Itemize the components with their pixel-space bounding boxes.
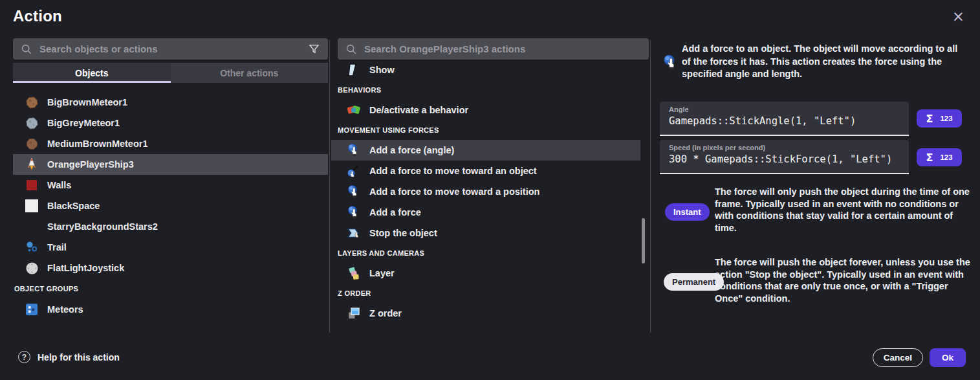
- object-row-meteors[interactable]: Meteors: [13, 299, 328, 320]
- square-light-icon: [25, 199, 39, 213]
- angle-field-value[interactable]: Gamepads::StickAngle(1, "Left"): [660, 113, 909, 127]
- action-row[interactable]: Z order: [331, 303, 640, 324]
- object-label: FlatLightJoystick: [47, 263, 124, 273]
- cancel-button[interactable]: Cancel: [873, 348, 923, 367]
- object-label: BigGreyMeteor1: [47, 118, 120, 128]
- stop-icon: [347, 226, 361, 240]
- object-label: BigBrownMeteor1: [47, 97, 127, 107]
- show-icon: [347, 63, 361, 77]
- layer-icon: [347, 266, 361, 280]
- actions-search-input[interactable]: [364, 43, 641, 54]
- force-icon: [347, 184, 361, 199]
- tab-other-actions[interactable]: Other actions: [171, 63, 329, 83]
- object-label: Meteors: [47, 304, 83, 315]
- action-section-header: MOVEMENT USING FORCES: [331, 120, 640, 140]
- trail-icon: [25, 240, 39, 254]
- object-row-orangeplayership3[interactable]: OrangePlayerShip3: [13, 154, 328, 175]
- object-row-starrybackgroundstars2[interactable]: StarryBackgroundStars2: [13, 216, 328, 237]
- tab-objects-label: Objects: [75, 68, 108, 78]
- speed-field-value[interactable]: 300 * Gamepads::StickForce(1, "Left"): [660, 151, 909, 165]
- action-label: Show: [369, 65, 395, 75]
- action-row[interactable]: Add a force: [331, 202, 640, 223]
- object-label: OrangePlayerShip3: [47, 159, 134, 170]
- action-row[interactable]: Add a force to move toward an object: [331, 161, 640, 181]
- none-icon: [25, 219, 39, 234]
- objects-tabs: Objects Other actions: [13, 63, 328, 83]
- ok-button[interactable]: Ok: [930, 348, 966, 367]
- force-icon: [347, 205, 361, 219]
- help-link[interactable]: ? Help for this action: [18, 351, 120, 363]
- action-label: Z order: [369, 308, 402, 319]
- angle-expression-button[interactable]: Σ 123: [917, 109, 962, 128]
- speed-field[interactable]: Speed (in pixels per second) 300 * Gamep…: [660, 140, 909, 174]
- action-section-header: LAYERS AND CAMERAS: [331, 243, 640, 263]
- help-icon: ?: [18, 351, 30, 363]
- panel-divider-right: [650, 40, 651, 333]
- sigma-icon: Σ: [926, 151, 933, 164]
- add-force-icon: [660, 43, 682, 81]
- object-label: Trail: [47, 242, 67, 252]
- group-meteors-icon: [25, 302, 39, 317]
- action-row[interactable]: Layer: [331, 263, 640, 284]
- panel-divider-left: [329, 40, 330, 333]
- objects-search-bar[interactable]: [13, 38, 328, 60]
- permanent-mode-description: The force will push the object forever, …: [715, 256, 971, 304]
- tab-objects[interactable]: Objects: [13, 63, 171, 83]
- rocket-icon: [25, 157, 39, 172]
- behavior-icon: [347, 103, 361, 117]
- tab-other-actions-label: Other actions: [220, 68, 278, 78]
- object-row-biggreymeteor1[interactable]: BigGreyMeteor1: [13, 113, 328, 133]
- angle-field-label: Angle: [660, 102, 909, 113]
- action-dialog: Action × Objects Other actions BigBrownM…: [0, 0, 980, 380]
- object-row-walls[interactable]: Walls: [13, 175, 328, 196]
- dialog-title: Action: [13, 7, 62, 25]
- action-label: Add a force: [369, 207, 421, 218]
- object-label: StarryBackgroundStars2: [47, 221, 158, 232]
- search-icon: [345, 43, 357, 55]
- action-row[interactable]: Add a force (angle): [331, 140, 640, 161]
- action-label: Stop the object: [369, 228, 437, 238]
- objects-search-input[interactable]: [39, 43, 308, 54]
- action-list: ShowBEHAVIORSDe/activate a behaviorMOVEM…: [331, 60, 640, 324]
- object-groups-header: OBJECT GROUPS: [13, 278, 328, 299]
- object-row-blackspace[interactable]: BlackSpace: [13, 196, 328, 216]
- action-description: Add a force to an object. The object wil…: [682, 43, 961, 81]
- action-row[interactable]: De/activate a behavior: [331, 100, 640, 120]
- speed-expression-button[interactable]: Σ 123: [917, 148, 962, 166]
- speed-field-label: Speed (in pixels per second): [660, 140, 909, 151]
- filter-icon[interactable]: [308, 43, 320, 55]
- action-details-panel: Add a force to an object. The object wil…: [660, 43, 969, 81]
- joystick-icon: [25, 261, 39, 275]
- object-row-mediumbrownmeteor1[interactable]: MediumBrownMeteor1: [13, 133, 328, 154]
- help-label: Help for this action: [38, 352, 120, 363]
- search-icon: [21, 43, 32, 55]
- instant-mode-description: The force will only push the object duri…: [715, 186, 971, 234]
- sigma-icon: Σ: [926, 113, 933, 125]
- angle-field[interactable]: Angle Gamepads::StickAngle(1, "Left"): [660, 102, 909, 136]
- object-list: BigBrownMeteor1BigGreyMeteor1MediumBrown…: [13, 92, 328, 320]
- action-label: Add a force (angle): [369, 145, 454, 155]
- actions-search-bar[interactable]: [338, 38, 649, 60]
- action-row[interactable]: Add a force to move toward a position: [331, 181, 640, 202]
- objects-panel: Objects Other actions BigBrownMeteor1Big…: [13, 38, 328, 320]
- close-button[interactable]: ×: [952, 9, 964, 24]
- action-section-header: Z ORDER: [331, 284, 640, 303]
- action-row[interactable]: Stop the object: [331, 223, 640, 243]
- actions-panel: ShowBEHAVIORSDe/activate a behaviorMOVEM…: [331, 38, 640, 324]
- object-row-bigbrownmeteor1[interactable]: BigBrownMeteor1: [13, 92, 328, 113]
- object-row-flatlightjoystick[interactable]: FlatLightJoystick: [13, 258, 328, 278]
- action-label: Add a force to move toward a position: [369, 186, 539, 197]
- object-label: Walls: [47, 180, 71, 190]
- action-row[interactable]: Show: [331, 60, 640, 80]
- meteor-brown2-icon: [25, 137, 39, 151]
- square-red-icon: [25, 178, 39, 192]
- force-arrow-icon: [347, 164, 361, 178]
- object-row-trail[interactable]: Trail: [13, 237, 328, 258]
- close-icon: ×: [952, 8, 964, 25]
- actions-scrollbar-thumb[interactable]: [642, 218, 645, 263]
- meteor-brown-icon: [25, 95, 39, 109]
- zorder-icon: [347, 306, 361, 320]
- instant-mode-button[interactable]: Instant: [665, 203, 710, 221]
- numbers-icon: 123: [940, 115, 952, 122]
- action-label: De/activate a behavior: [369, 105, 468, 115]
